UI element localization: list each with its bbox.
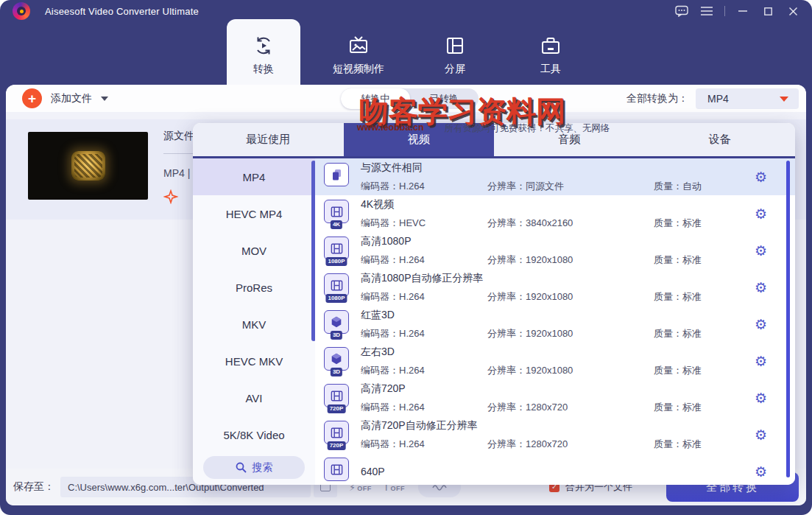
divider (163, 153, 193, 154)
format-sidebar-item[interactable]: ProRes (193, 269, 315, 306)
panel-tab-video[interactable]: 视频 (344, 123, 495, 156)
format-sidebar-item-label: 5K/8K Video (223, 429, 284, 441)
format-sidebar-item-label: HEVC MP4 (226, 208, 283, 220)
convert-status-toggle: 转换中 已转换 (341, 88, 479, 109)
app-window: Aiseesoft Video Converter Ultimate (0, 0, 812, 515)
panel-tab-device[interactable]: 设备 (645, 123, 796, 156)
format-sidebar-item-label: MP4 (243, 171, 266, 183)
format-row[interactable]: 720P 高清720P自动修正分辨率 编码器：H.264 分辨率：1280x72… (315, 416, 795, 453)
settings-gear-icon[interactable]: ⚙ (755, 353, 767, 370)
maximize-button[interactable] (760, 4, 775, 18)
format-name: 4K视频 (361, 198, 755, 211)
feedback-icon[interactable] (674, 4, 689, 18)
format-sidebar-item-label: HEVC MKV (225, 355, 283, 368)
tab-split-screen[interactable]: 分屏 (418, 22, 492, 85)
format-row[interactable]: 3D 红蓝3D 编码器：H.264 分辨率：1920x1080 质量：标准 ⚙ (315, 306, 795, 343)
toolbox-icon (540, 35, 561, 56)
format-icon (324, 163, 349, 186)
settings-gear-icon[interactable]: ⚙ (755, 390, 767, 407)
settings-gear-icon[interactable]: ⚙ (755, 206, 767, 223)
format-list: 与源文件相同 编码器：H.264 分辨率：同源文件 质量：自动 ⚙ 4K 4K视 (315, 158, 795, 485)
tab-short-video[interactable]: 短视频制作 (322, 22, 395, 85)
format-row[interactable]: 4K 4K视频 编码器：HEVC 分辨率：3840x2160 质量：标准 ⚙ (315, 195, 795, 232)
format-badge: 3D (331, 331, 342, 340)
split-screen-icon (445, 35, 465, 56)
format-badge: 4K (331, 220, 342, 229)
toolbar: + 添加文件 转换中 已转换 全部转换为： MP4 (6, 85, 806, 112)
format-icon (324, 458, 349, 481)
short-video-icon (348, 35, 369, 56)
toggle-converted[interactable]: 已转换 (410, 88, 479, 109)
format-sidebar-item[interactable]: AVI (193, 379, 315, 416)
convert-icon (253, 35, 274, 56)
format-name: 红蓝3D (361, 309, 755, 322)
format-name: 高清1080P自动修正分辨率 (361, 272, 755, 285)
settings-gear-icon[interactable]: ⚙ (755, 463, 767, 480)
plus-icon: + (22, 88, 42, 108)
format-name: 左右3D (361, 346, 755, 359)
tab-convert[interactable]: 转换 (227, 19, 300, 85)
format-name: 高清720P自动修正分辨率 (361, 419, 755, 432)
titlebar-divider (724, 6, 725, 16)
settings-gear-icon[interactable]: ⚙ (755, 316, 767, 333)
convert-to-value: MP4 (707, 93, 729, 105)
search-label: 搜索 (253, 461, 273, 474)
chevron-down-icon (101, 97, 108, 101)
toggle-converting[interactable]: 转换中 (341, 88, 410, 109)
settings-gear-icon[interactable]: ⚙ (755, 279, 767, 296)
search-button[interactable]: 搜索 (203, 456, 305, 479)
panel-tab-recent[interactable]: 最近使用 (193, 123, 344, 156)
add-file-label: 添加文件 (51, 92, 92, 105)
tab-split-screen-label: 分屏 (445, 63, 465, 76)
format-row[interactable]: 与源文件相同 编码器：H.264 分辨率：同源文件 质量：自动 ⚙ (315, 158, 795, 195)
minimize-button[interactable] (735, 4, 750, 18)
format-row[interactable]: 3D 左右3D 编码器：H.264 分辨率：1920x1080 质量：标准 ⚙ (315, 343, 795, 379)
format-sidebar-item[interactable]: HEVC MP4 (193, 195, 315, 232)
format-row[interactable]: 640P ⚙ (315, 453, 795, 485)
settings-gear-icon[interactable]: ⚙ (755, 169, 767, 186)
panel-tabs: 最近使用 视频 音频 设备 (193, 123, 795, 158)
tab-short-video-label: 短视频制作 (333, 63, 384, 76)
format-name: 与源文件相同 (361, 161, 755, 175)
format-badge: 1080P (325, 294, 347, 303)
settings-gear-icon[interactable]: ⚙ (755, 242, 767, 259)
format-sidebar-item[interactable]: MP4 (193, 158, 315, 195)
format-sidebar-item-label: ProRes (236, 281, 272, 294)
effects-star-icon[interactable] (163, 189, 178, 207)
format-sidebar-item[interactable]: MOV (193, 232, 315, 269)
format-badge: 720P (328, 404, 346, 413)
format-sidebar-item-label: MOV (241, 245, 266, 257)
format-sidebar-item-label: AVI (245, 392, 262, 404)
format-row[interactable]: 1080P 高清1080P 编码器：H.264 分辨率：1920x1080 质量… (315, 232, 795, 269)
format-badge: 3D (331, 368, 342, 376)
titlebar: Aiseesoft Video Converter Ultimate (0, 0, 812, 22)
menu-icon[interactable] (699, 4, 714, 18)
format-name: 高清720P (361, 382, 755, 396)
format-row[interactable]: 1080P 高清1080P自动修正分辨率 编码器：H.264 分辨率：1920x… (315, 269, 795, 306)
format-sidebar-item[interactable]: HEVC MKV (193, 343, 315, 379)
format-badge: 1080P (325, 257, 347, 266)
format-sidebar: MP4 HEVC MP4 MOV ProRes MKV HEVC MKV AVI… (193, 158, 315, 485)
close-button[interactable] (785, 4, 800, 18)
app-title: Aiseesoft Video Converter Ultimate (45, 6, 199, 17)
tab-convert-label: 转换 (253, 63, 274, 76)
panel-tab-audio[interactable]: 音频 (494, 123, 645, 156)
format-sidebar-item[interactable]: MKV (193, 306, 315, 343)
convert-to-dropdown[interactable]: MP4 (696, 88, 799, 109)
dropdown-caret-icon (780, 97, 788, 102)
settings-gear-icon[interactable]: ⚙ (755, 427, 767, 444)
video-thumbnail (28, 132, 148, 200)
search-icon (236, 462, 247, 473)
tab-toolbox[interactable]: 工具 (514, 22, 587, 85)
format-sidebar-item[interactable]: 5K/8K Video (193, 416, 315, 453)
format-name: 640P (361, 466, 755, 477)
add-file-button[interactable]: + 添加文件 (22, 88, 108, 108)
format-sidebar-item-label: MKV (242, 318, 266, 331)
app-logo-icon (13, 2, 30, 20)
list-scrollbar[interactable] (786, 161, 790, 477)
format-name: 高清1080P (361, 235, 755, 248)
save-to-label: 保存至： (13, 480, 54, 494)
main-nav: 转换 短视频制作 分屏 (0, 22, 812, 85)
format-badge: 720P (328, 441, 346, 450)
format-row[interactable]: 720P 高清720P 编码器：H.264 分辨率：1280x720 质量：标准… (315, 379, 795, 416)
